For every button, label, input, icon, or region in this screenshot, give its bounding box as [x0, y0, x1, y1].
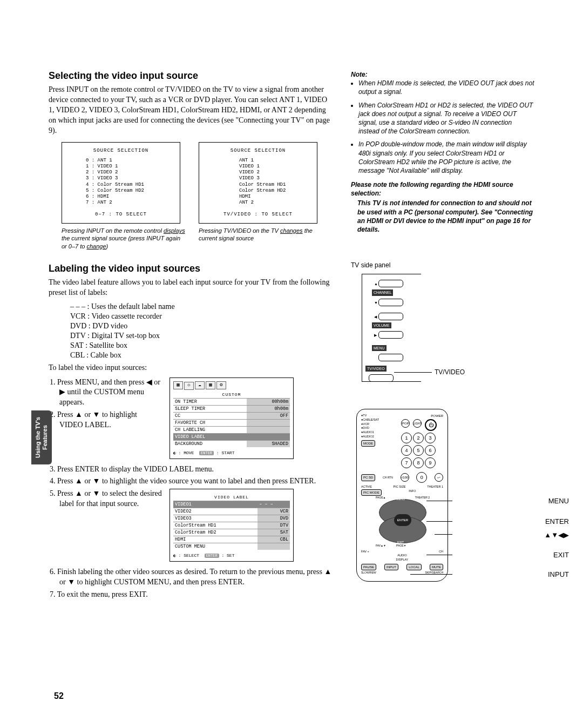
note-item: In POP double-window mode, the main wind…	[358, 140, 534, 175]
menu-tab-icon: ▦	[206, 381, 215, 389]
step-6: 6. Finish labeling the other video sourc…	[49, 567, 335, 588]
menu-footer: ◐ : SELECT ENTER : SET	[173, 553, 290, 558]
picmode-button[interactable]: PIC MODE	[361, 489, 382, 496]
pause-button[interactable]: PAUSE	[361, 564, 376, 570]
num-8-button[interactable]: 8	[413, 457, 424, 468]
step-7: 7. To exit the menu, press EXIT.	[49, 590, 335, 600]
heading-labeling-sources: Labeling the video input sources	[49, 263, 335, 274]
num-1-button[interactable]: 1	[401, 433, 412, 443]
menu-tab-icon: ▦	[173, 381, 183, 389]
page-number: 52	[54, 691, 64, 701]
tvvideo-button[interactable]	[369, 374, 394, 382]
menu-row: HDMICBL	[173, 536, 290, 543]
step-5: 5. Press ▲ or ▼ to select the desired la…	[49, 489, 162, 509]
mode-dvd: ●DVD	[361, 426, 379, 430]
menu-tab-icon: ☁	[195, 381, 205, 389]
chrtn-button[interactable]: ⮐	[435, 473, 443, 482]
osd-item: 4 : Color Stream HD1	[86, 182, 156, 188]
callout-line	[394, 372, 432, 373]
osd-title: SOURCE SELECTION	[205, 148, 311, 154]
right-column: Note: When HDMI mode is selected, the VI…	[351, 70, 534, 582]
step-1: 1. Press MENU, and then press ◀ or ▶ unt…	[49, 378, 162, 408]
volume-label: VOLUME	[372, 322, 391, 328]
enter-button[interactable]: ENTER	[394, 514, 411, 526]
volume-down-button[interactable]	[378, 313, 403, 320]
osd-item: VIDEO 3	[239, 176, 288, 181]
volume-up-button[interactable]	[378, 331, 403, 339]
power-button[interactable]: ⏻	[425, 419, 437, 431]
mode-button[interactable]: MODE	[361, 440, 375, 447]
mode-tv: ●TV	[361, 414, 379, 418]
menu-tab-icon: ⚙	[216, 381, 226, 389]
osd-item: 5 : Color Stream HD2	[86, 188, 156, 194]
pop-button[interactable]: POP	[401, 419, 410, 428]
osd-item: 6 : HDMI	[86, 194, 156, 200]
mode-audio1: ●AUDIO1	[361, 430, 379, 435]
osd-item: ANT 1	[239, 158, 288, 164]
osd-box-input: SOURCE SELECTION 0 : ANT 1 1 : VIDEO 1 2…	[62, 142, 180, 224]
fav-button[interactable]: FAV +	[361, 550, 369, 554]
tvvideo-label: TV/VIDEO	[365, 366, 387, 372]
menu-label: MENU	[372, 345, 387, 351]
preset-label: DTV : Digital TV set-top box	[70, 332, 335, 340]
ch-button[interactable]: CH	[439, 550, 443, 554]
num-4-button[interactable]: 4	[401, 445, 412, 456]
input-button[interactable]: INPUT	[384, 564, 398, 570]
menu-row-highlighted: VIDEO1– – –	[173, 501, 290, 508]
preset-label: CBL : Cable box	[70, 351, 335, 360]
num-2-button[interactable]: 2	[413, 433, 424, 443]
osd-footer: TV/VIDEO : TO SELECT	[205, 212, 311, 218]
paragraph-selecting-source: Press INPUT on the remote control or TV/…	[49, 85, 335, 136]
osd-item: ANT 2	[239, 200, 288, 206]
menu-row: CH LABELING	[173, 426, 290, 433]
preset-label: VCR : Video cassette recorder	[70, 312, 335, 321]
menu-row: ColorStream HD1DTV	[173, 522, 290, 529]
channel-down-button[interactable]	[378, 299, 403, 306]
tvvideo-callout: TV/VIDEO	[435, 368, 465, 376]
menu-row: ColorStream HD2SAT	[173, 529, 290, 536]
channel-up-button[interactable]	[378, 280, 403, 287]
osd-footer: 0–7 : TO SELECT	[67, 212, 174, 218]
menu-row: SLEEP TIMER0h00m	[173, 405, 290, 412]
preset-label: DVD : DVD video	[70, 322, 335, 331]
osd-item: 1 : VIDEO 1	[86, 164, 156, 170]
channel-label: CHANNEL	[372, 289, 393, 295]
num-0-button[interactable]: 0	[416, 472, 427, 483]
mute-button[interactable]: MUTE	[430, 564, 443, 570]
num-3-button[interactable]: 3	[425, 433, 436, 443]
step-2: 2. Press ▲ or ▼ to highlight VIDEO LABEL…	[49, 410, 162, 430]
osd-item: 0 : ANT 1	[86, 158, 156, 164]
menu-row: BACKGROUNDSHADED	[173, 440, 290, 447]
mode-audio2: ●AUDIO2	[361, 435, 379, 439]
chapter-tab: Using the TV's Features	[31, 410, 52, 464]
menu-row: VIDEO2VCR	[173, 508, 290, 515]
menu-button[interactable]	[378, 354, 403, 361]
remote-callout-input: INPUT	[548, 570, 569, 579]
remote-callout-menu: MENU	[548, 496, 569, 506]
note-heading: Note:	[351, 70, 534, 79]
step-3: 3. Press ENTER to display the VIDEO LABE…	[49, 464, 335, 475]
osd-caption: Pressing TV/VIDEO on the TV changes the …	[199, 227, 323, 242]
heading-selecting-source: Selecting the video input source	[49, 70, 335, 82]
pcsd-button[interactable]: PC SD	[361, 474, 375, 481]
num-5-button[interactable]: 5	[413, 445, 424, 456]
osd-box-tvvideo: SOURCE SELECTION ANT 1 VIDEO 1 VIDEO 2 V…	[199, 142, 317, 224]
mode-cablesat: ●CABLE/SAT	[361, 418, 379, 422]
osd-row: SOURCE SELECTION 0 : ANT 1 1 : VIDEO 1 2…	[62, 142, 335, 250]
osd-item: 3 : VIDEO 3	[86, 176, 156, 181]
menu-row-highlighted: VIDEO LABEL	[173, 433, 290, 440]
osd-item: Color Stream HD1	[239, 182, 288, 188]
mode-vcr: ●VCR	[361, 422, 379, 427]
tv-panel-caption: TV side panel	[351, 261, 534, 269]
remote-control: ●TV ●CABLE/SAT ●VCR ●DVD ●AUDIO1 ●AUDIO2…	[356, 409, 448, 582]
note-item: When HDMI mode is selected, the VIDEO OU…	[358, 79, 534, 96]
light-button[interactable]: LIGHT	[413, 419, 422, 428]
local-button[interactable]: LOCAL	[406, 564, 422, 570]
tv-side-panel: CHANNEL VOLUME MENU TV/VIDEO	[362, 274, 421, 382]
osd-item: VIDEO 2	[239, 170, 288, 176]
num-7-button[interactable]: 7	[401, 457, 412, 468]
num-6-button[interactable]: 6	[425, 445, 436, 456]
menu-tab-label: VIDEO LABEL	[173, 495, 290, 500]
num-100-button[interactable]: -/100	[401, 473, 409, 482]
num-9-button[interactable]: 9	[425, 457, 436, 468]
